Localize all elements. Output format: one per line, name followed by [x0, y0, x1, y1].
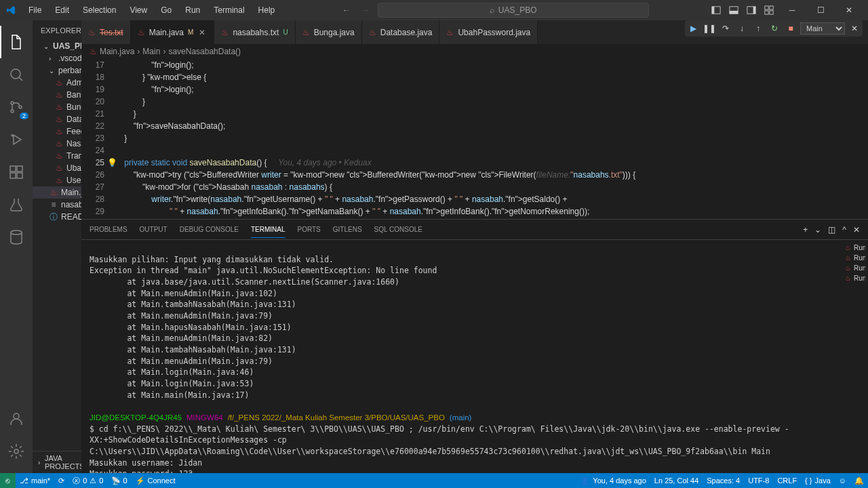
connect-button[interactable]: ⚡ Connect — [132, 476, 180, 485]
eol-status[interactable]: CRLF — [773, 476, 801, 485]
encoding-status[interactable]: UTF-8 — [744, 476, 773, 485]
panel-tab-sql-console[interactable]: SQL CONSOLE — [374, 222, 422, 237]
minimap[interactable] — [858, 59, 868, 219]
pause-icon[interactable]: ❚❚ — [703, 22, 716, 35]
terminal-list-item[interactable]: ♨ Run:... — [844, 263, 865, 273]
menu-help[interactable]: Help — [253, 3, 281, 18]
bell-icon[interactable]: 🔔 — [850, 476, 868, 485]
indent-status[interactable]: Spaces: 4 — [703, 476, 744, 485]
editor-tab[interactable]: ♨Database.java — [362, 20, 440, 44]
extensions-activity-icon[interactable] — [0, 156, 33, 188]
terminal-list-item[interactable]: ♨ Run:... — [844, 243, 865, 253]
language-status[interactable]: { } Java — [801, 476, 835, 485]
step-over-icon[interactable]: ↷ — [719, 22, 732, 35]
java-projects-label[interactable]: JAVA PROJECTS — [45, 454, 81, 470]
editor-tab[interactable]: ♨Tes.txt — [81, 20, 131, 44]
nav-back-icon[interactable]: ← — [340, 3, 353, 17]
menu-file[interactable]: File — [23, 3, 47, 18]
svg-rect-16 — [17, 166, 22, 171]
chevron-right-icon[interactable]: › — [38, 459, 45, 466]
tree-item[interactable]: ⌄perbankan — [33, 64, 81, 77]
close-button[interactable]: ✕ — [835, 0, 863, 20]
terminal-list-item[interactable]: ♨ Run:... — [844, 273, 865, 283]
panel-tab-ports[interactable]: PORTS — [298, 222, 321, 237]
new-terminal-icon[interactable]: + — [803, 225, 808, 235]
tree-item[interactable]: ≡nasabahs.txtU — [33, 199, 81, 211]
tree-item[interactable]: ♨Transaksi.java — [33, 150, 81, 162]
settings-activity-icon[interactable] — [0, 435, 33, 468]
run-config-select[interactable]: Main — [800, 22, 845, 35]
menu-selection[interactable]: Selection — [77, 3, 121, 18]
nav-forward-icon[interactable]: → — [359, 3, 372, 17]
port-status[interactable]: 📡 0 — [107, 476, 131, 485]
editor-tab[interactable]: ♨nasabahs.txtU — [214, 20, 295, 44]
editor-tab[interactable]: ♨UbahPassword.java — [439, 20, 538, 44]
tree-item[interactable]: ♨Nasabah.java — [33, 138, 81, 150]
cursor-position[interactable]: Ln 25, Col 44 — [650, 476, 703, 485]
panel-tab-terminal[interactable]: TERMINAL — [251, 222, 285, 238]
panel-tab-output[interactable]: OUTPUT — [140, 222, 167, 237]
debug-activity-icon[interactable] — [0, 123, 33, 156]
close-debug-icon[interactable]: ✕ — [848, 22, 861, 35]
restart-icon[interactable]: ↻ — [768, 22, 781, 35]
maximize-button[interactable]: ☐ — [807, 0, 834, 20]
tree-item[interactable]: ›.vscode — [33, 52, 81, 64]
breadcrumb[interactable]: ♨ Main.java › Main › saveNasabahData() — [81, 44, 868, 59]
tree-item[interactable]: ⓘREADME.md — [33, 211, 81, 223]
editor-tab[interactable]: ♨Bunga.java — [296, 20, 362, 44]
menu-go[interactable]: Go — [155, 3, 177, 18]
panel-tab-gitlens[interactable]: GITLENS — [333, 222, 362, 237]
menu-edit[interactable]: Edit — [50, 3, 75, 18]
menu-terminal[interactable]: Terminal — [208, 3, 250, 18]
maximize-panel-icon[interactable]: ^ — [842, 225, 846, 235]
svg-rect-7 — [770, 6, 773, 9]
toggle-panel-icon[interactable] — [727, 3, 741, 17]
customize-layout-icon[interactable] — [762, 3, 776, 17]
continue-icon[interactable]: ▶ — [686, 22, 700, 35]
minimize-button[interactable]: ─ — [778, 0, 806, 20]
svg-rect-15 — [10, 166, 16, 171]
step-out-icon[interactable]: ↑ — [751, 22, 765, 35]
workspace-root[interactable]: ⌄UAS_PBO — [33, 40, 81, 52]
tree-item[interactable]: ♨Bunga.java — [33, 101, 81, 113]
svg-rect-5 — [753, 7, 756, 14]
menu-view[interactable]: View — [124, 3, 153, 18]
database-activity-icon[interactable] — [0, 221, 33, 253]
close-panel-icon[interactable]: ✕ — [853, 225, 860, 235]
search-activity-icon[interactable] — [0, 58, 33, 91]
search-text: UAS_PBO — [498, 5, 537, 15]
sidebar-title: EXPLORER — [41, 26, 81, 35]
errors-status[interactable]: ⓧ 0 ⚠ 0 — [68, 476, 107, 486]
remote-button[interactable]: ⎋ — [0, 473, 16, 488]
test-activity-icon[interactable] — [0, 188, 33, 221]
step-into-icon[interactable]: ↓ — [735, 22, 749, 35]
feedback-icon[interactable]: ☺ — [835, 476, 850, 485]
tree-item[interactable]: ♨Admin.java — [33, 77, 81, 89]
tree-item[interactable]: ♨Database.java — [33, 113, 81, 125]
explorer-activity-icon[interactable] — [0, 26, 33, 58]
tree-item[interactable]: ♨User.java — [33, 174, 81, 186]
status-bar: ⎋ ⎇ main* ⟳ ⓧ 0 ⚠ 0 📡 0 ⚡ Connect 👤 You,… — [0, 473, 868, 488]
split-terminal-icon[interactable]: ◫ — [828, 225, 835, 235]
menu-run[interactable]: Run — [180, 3, 205, 18]
scm-activity-icon[interactable]: 2 — [0, 91, 33, 123]
tree-item[interactable]: ♨UbahPassword.java — [33, 162, 81, 174]
toggle-primary-sidebar-icon[interactable] — [709, 3, 723, 17]
editor-tab[interactable]: ♨Main.javaM✕ — [131, 20, 215, 44]
branch-status[interactable]: ⎇ main* — [16, 476, 54, 485]
terminal-dropdown-icon[interactable]: ⌄ — [814, 225, 821, 235]
tree-item[interactable]: ♨Bank.java — [33, 89, 81, 101]
panel-tab-debug-console[interactable]: DEBUG CONSOLE — [180, 222, 239, 237]
svg-rect-1 — [712, 7, 715, 14]
command-center[interactable]: ⌕ UAS_PBO — [378, 3, 649, 18]
tree-item[interactable]: ♨Feedback.java — [33, 125, 81, 138]
panel-tab-problems[interactable]: PROBLEMS — [90, 222, 127, 237]
terminal-output[interactable]: Masukkan pilihan: Input yang dimasukkan … — [81, 240, 841, 473]
toggle-secondary-sidebar-icon[interactable] — [745, 3, 758, 17]
terminal-list-item[interactable]: ♨ Run:... — [844, 253, 865, 263]
tree-item[interactable]: ♨Main.javaM — [33, 186, 81, 199]
sync-status[interactable]: ⟳ — [54, 476, 68, 485]
stop-icon[interactable]: ■ — [784, 22, 797, 35]
accounts-activity-icon[interactable] — [0, 403, 33, 435]
blame-status[interactable]: 👤 You, 4 days ago — [576, 476, 650, 485]
